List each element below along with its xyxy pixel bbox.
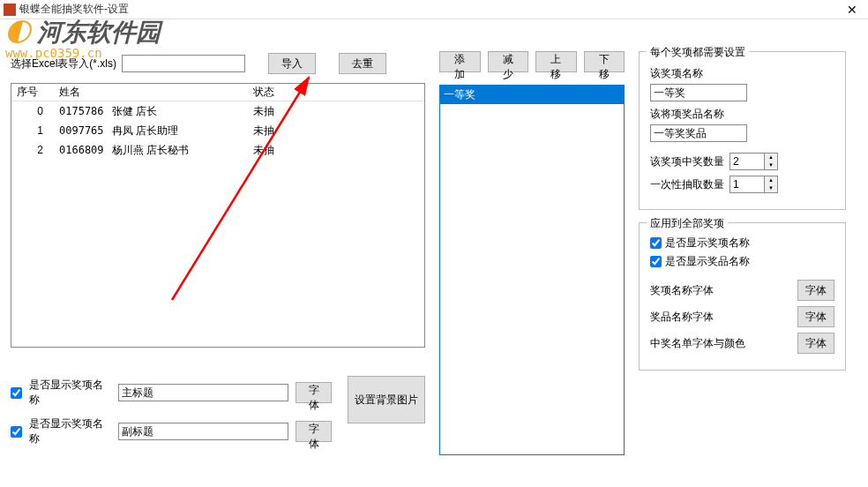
sub-title-input[interactable]: [118, 423, 289, 440]
dedupe-button[interactable]: 去重: [339, 53, 386, 74]
remove-button[interactable]: 减少: [488, 51, 529, 72]
show-prize-item-checkbox[interactable]: [650, 256, 662, 267]
show-name-label-1: 是否显示奖项名称: [29, 378, 111, 408]
participant-table[interactable]: 序号 姓名 状态 00175786张健 店长未抽10097765冉凤 店长助理未…: [11, 83, 425, 348]
col-status: 状态: [248, 85, 301, 100]
prize-count-label: 该奖项中奖数量: [650, 154, 724, 169]
prize-item-font-label: 奖品名称字体: [650, 310, 714, 325]
table-header: 序号 姓名 状态: [11, 84, 424, 101]
show-name-label-2: 是否显示奖项名称: [29, 416, 111, 446]
table-row[interactable]: 00175786张健 店长未抽: [11, 101, 424, 121]
up-arrow-icon[interactable]: ▲: [765, 154, 777, 161]
show-prize-name-label: 是否显示奖项名称: [665, 236, 750, 251]
winner-font-button[interactable]: 字体: [797, 333, 834, 354]
group2-legend: 应用到全部奖项: [647, 216, 728, 231]
show-name-checkbox-2[interactable]: [11, 426, 22, 438]
prize-name-input[interactable]: [650, 84, 747, 101]
font-button-2[interactable]: 字体: [296, 421, 332, 442]
window-title: 银蝶全能抽奖软件-设置: [19, 2, 840, 17]
prize-item-font-button[interactable]: 字体: [797, 306, 834, 327]
prize-item-input[interactable]: [650, 124, 747, 142]
import-button[interactable]: 导入: [268, 53, 316, 74]
list-item[interactable]: 一等奖: [440, 86, 624, 104]
prize-name-font-button[interactable]: 字体: [797, 280, 834, 301]
main-title-input[interactable]: [118, 384, 289, 401]
col-name: 姓名: [54, 85, 248, 100]
move-down-button[interactable]: 下移: [584, 51, 625, 72]
down-arrow-icon[interactable]: ▼: [765, 161, 777, 169]
prize-name-label: 该奖项名称: [650, 66, 834, 81]
add-button[interactable]: 添加: [439, 51, 481, 72]
close-icon[interactable]: ✕: [840, 3, 864, 17]
col-index: 序号: [11, 85, 54, 100]
font-button-1[interactable]: 字体: [296, 382, 332, 403]
prize-count-spinner[interactable]: ▲▼: [730, 153, 778, 170]
prize-name-font-label: 奖项名称字体: [650, 283, 714, 298]
up-arrow-icon[interactable]: ▲: [765, 176, 777, 184]
import-path-input[interactable]: [122, 55, 245, 72]
show-prize-name-checkbox[interactable]: [650, 237, 662, 249]
prize-listbox[interactable]: 一等奖: [439, 85, 625, 455]
app-icon: [4, 4, 16, 16]
winner-font-label: 中奖名单字体与颜色: [650, 336, 745, 351]
show-prize-item-label: 是否显示奖品名称: [665, 254, 750, 269]
apply-all-group: 应用到全部奖项 是否显示奖项名称 是否显示奖品名称 奖项名称字体 字体 奖品名称…: [639, 222, 846, 371]
import-label: 选择Excel表导入(*.xls): [11, 56, 116, 71]
move-up-button[interactable]: 上移: [535, 51, 577, 72]
table-row[interactable]: 10097765冉凤 店长助理未抽: [11, 121, 424, 140]
titlebar: 银蝶全能抽奖软件-设置 ✕: [0, 0, 868, 19]
group1-legend: 每个奖项都需要设置: [647, 45, 749, 60]
set-background-button[interactable]: 设置背景图片: [348, 376, 425, 423]
table-row[interactable]: 20166809杨川燕 店长秘书未抽: [11, 140, 424, 160]
prize-once-spinner[interactable]: ▲▼: [730, 176, 778, 193]
show-name-checkbox-1[interactable]: [11, 387, 22, 399]
prize-once-label: 一次性抽取数量: [650, 177, 724, 192]
prize-item-label: 该将项奖品名称: [650, 107, 834, 122]
prize-settings-group: 每个奖项都需要设置 该奖项名称 该将项奖品名称 该奖项中奖数量 ▲▼: [639, 51, 846, 210]
down-arrow-icon[interactable]: ▼: [765, 184, 777, 192]
